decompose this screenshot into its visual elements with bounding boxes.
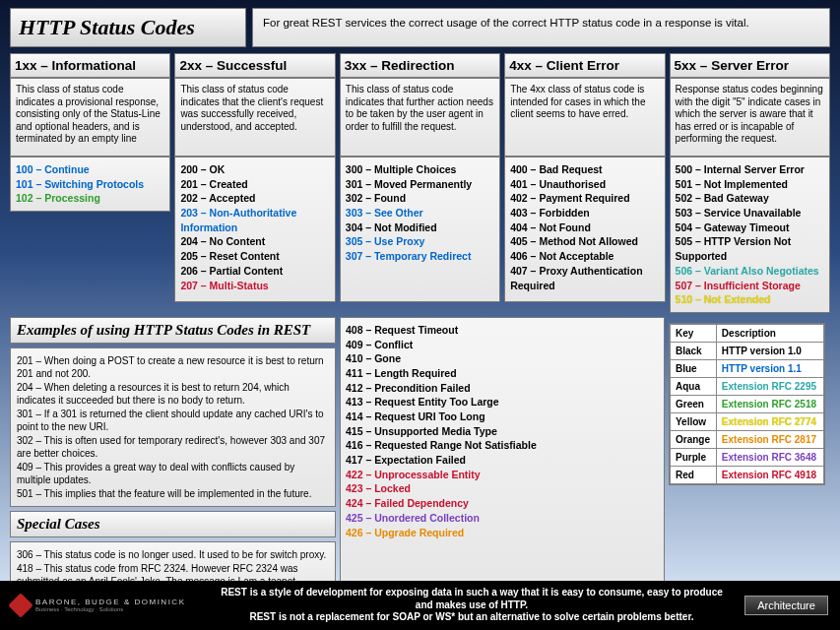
codes-3: 300 – Multiple Choices301 – Moved Perman… xyxy=(340,157,500,302)
footer-text: REST is a style of development for expos… xyxy=(211,587,733,624)
status-code: 400 – Bad Request xyxy=(510,162,659,177)
status-code: 425 – Unordered Collection xyxy=(346,511,659,526)
status-code: 412 – Precondition Failed xyxy=(346,381,659,396)
legend-desc: Extension RFC 2295 xyxy=(716,377,823,395)
codes-1: 100 – Continue101 – Switching Protocols1… xyxy=(10,157,170,212)
col-desc-4: The 4xx class of status code is intended… xyxy=(504,78,665,157)
special-heading: Special Cases xyxy=(10,511,336,537)
status-code: 405 – Method Not Allowed xyxy=(510,234,659,249)
status-code: 426 – Upgrade Required xyxy=(346,526,659,540)
legend-key: Blue xyxy=(671,359,717,377)
col-head-1: 1xx – Informational xyxy=(10,53,170,78)
status-code: 302 – Found xyxy=(346,191,494,206)
legend-desc: Extension RFC 2774 xyxy=(716,412,823,430)
examples-body: 201 – When doing a POST to create a new … xyxy=(10,347,336,508)
legend-row: PurpleExtension RFC 3648 xyxy=(671,448,824,466)
status-code: 301 – Moved Permanently xyxy=(346,177,494,192)
status-code: 206 – Partial Content xyxy=(180,264,329,279)
text-line: REST is not a replacement for SOAP or WS… xyxy=(211,611,733,624)
status-code: 303 – See Other xyxy=(346,206,494,220)
legend-row: BlackHTTP version 1.0 xyxy=(671,342,824,359)
status-code: 205 – Reset Content xyxy=(180,249,329,264)
codes-4: 400 – Bad Request401 – Unauthorised402 –… xyxy=(504,157,665,302)
legend-desc: Extension RFC 2817 xyxy=(716,430,823,448)
status-code: 507 – Insufficient Storage xyxy=(676,279,824,293)
page-tagline: For great REST services the correct usag… xyxy=(252,8,830,47)
legend-row: RedExtension RFC 4918 xyxy=(671,466,824,483)
legend-desc: HTTP version 1.0 xyxy=(716,342,823,359)
text-line: 204 – When deleting a resources it is be… xyxy=(17,381,329,408)
footer-logo: BARONE, BUDGE & DOMINICK Business · Tech… xyxy=(12,597,199,614)
status-code: 414 – Request URI Too Long xyxy=(346,410,659,424)
legend-desc: Extension RFC 4918 xyxy=(716,466,823,483)
status-code: 403 – Forbidden xyxy=(510,206,659,220)
status-code: 422 – Unprocessable Entity xyxy=(346,468,659,482)
examples-heading: Examples of using HTTP Status Codes in R… xyxy=(10,317,336,344)
status-code: 417 – Expectation Failed xyxy=(346,453,659,468)
status-code: 404 – Not Found xyxy=(510,220,659,235)
col-desc-5: Response status codes beginning with the… xyxy=(670,78,830,157)
legend-row: OrangeExtension RFC 2817 xyxy=(671,430,824,448)
status-code: 423 – Locked xyxy=(346,481,659,496)
codes-5: 500 – Internal Server Error501 – Not Imp… xyxy=(670,157,830,313)
legend-desc: HTTP version 1.1 xyxy=(716,359,823,377)
status-code: 408 – Request Timeout xyxy=(346,323,659,338)
text-line: REST is a style of development for expos… xyxy=(211,587,733,611)
status-code: 415 – Unsupported Media Type xyxy=(346,424,659,439)
status-code: 200 – OK xyxy=(180,162,329,177)
status-code: 410 – Gone xyxy=(346,351,659,366)
status-code: 504 – Gateway Timeout xyxy=(676,220,824,235)
status-code: 207 – Multi-Status xyxy=(180,279,329,293)
status-code: 407 – Proxy Authentication Required xyxy=(510,264,659,292)
text-line: 409 – This provides a great way to deal … xyxy=(17,461,329,487)
legend-desc: Extension RFC 2518 xyxy=(716,395,823,412)
status-code: 305 – Use Proxy xyxy=(346,234,494,249)
status-code: 204 – No Content xyxy=(180,234,329,249)
text-line: 306 – This status code is no longer used… xyxy=(17,548,329,562)
legend-row: GreenExtension RFC 2518 xyxy=(671,395,824,412)
status-code: 203 – Non-Authoritative Information xyxy=(180,206,329,234)
logo-line2: Business · Technology · Solutions xyxy=(35,606,185,612)
legend-key: Green xyxy=(671,395,717,412)
legend-row: AquaExtension RFC 2295 xyxy=(671,377,824,395)
legend-table: Key Description BlackHTTP version 1.0Blu… xyxy=(669,323,825,485)
legend-key: Yellow xyxy=(671,412,717,430)
codes-2: 200 – OK201 – Created202 – Accepted203 –… xyxy=(174,157,335,302)
col-desc-1: This class of status code indicates a pr… xyxy=(10,78,170,157)
status-code: 424 – Failed Dependency xyxy=(346,496,659,511)
footer: BARONE, BUDGE & DOMINICK Business · Tech… xyxy=(0,581,840,630)
status-code: 300 – Multiple Choices xyxy=(346,162,494,177)
legend-key: Aqua xyxy=(671,377,717,395)
status-code: 416 – Requested Range Not Satisfiable xyxy=(346,438,659,453)
text-line: 201 – When doing a POST to create a new … xyxy=(17,354,329,381)
legend-row: BlueHTTP version 1.1 xyxy=(671,359,824,377)
status-code: 406 – Not Acceptable xyxy=(510,249,659,264)
legend-key: Black xyxy=(671,342,717,359)
col-desc-3: This class of status code indicates that… xyxy=(340,78,500,157)
legend-key: Purple xyxy=(671,448,717,466)
col-head-4: 4xx – Client Error xyxy=(504,53,665,78)
status-code: 501 – Not Implemented xyxy=(676,177,824,192)
col-head-3: 3xx – Redirection xyxy=(340,53,500,78)
legend-key: Orange xyxy=(671,430,717,448)
logo-line1: BARONE, BUDGE & DOMINICK xyxy=(35,598,185,606)
status-code: 505 – HTTP Version Not Supported xyxy=(676,234,824,263)
legend-row: YellowExtension RFC 2774 xyxy=(671,412,824,430)
col-head-5: 5xx – Server Error xyxy=(670,53,830,78)
text-line: 302 – This is often used for temporary r… xyxy=(17,434,329,461)
status-code: 413 – Request Entity Too Large xyxy=(346,395,659,410)
status-code: 307 – Temporary Redirect xyxy=(346,249,494,264)
logo-icon xyxy=(8,593,32,617)
col-head-2: 2xx – Successful xyxy=(174,53,335,78)
status-code: 101 – Switching Protocols xyxy=(16,177,164,192)
text-line: 501 – This implies that the feature will… xyxy=(17,487,329,501)
status-code: 100 – Continue xyxy=(16,162,164,177)
status-code: 510 – Not Extended xyxy=(676,292,824,307)
col-desc-2: This class of status code indicates that… xyxy=(174,78,335,157)
status-code: 411 – Length Required xyxy=(346,366,659,381)
legend-key-head: Key xyxy=(671,324,717,342)
status-code: 201 – Created xyxy=(180,177,329,192)
status-code: 506 – Variant Also Negotiates xyxy=(676,264,824,279)
status-code: 500 – Internal Server Error xyxy=(676,162,824,177)
status-code: 102 – Processing xyxy=(16,191,164,206)
